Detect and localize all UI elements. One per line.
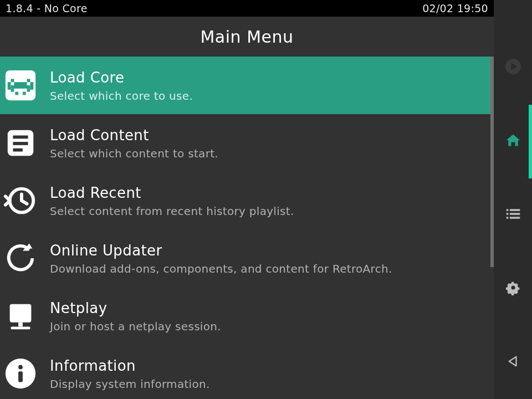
sidebar-home[interactable] [494,105,532,178]
svg-rect-13 [13,142,28,145]
menu-item-label: Information [50,357,210,374]
svg-marker-32 [509,356,516,366]
sidebar-play[interactable] [494,31,532,105]
sidebar-settings[interactable] [494,252,532,325]
svg-rect-25 [506,209,508,211]
document-icon [3,126,38,160]
menu-item-sublabel: Select which content to start. [50,147,218,160]
svg-rect-30 [509,217,519,219]
title-bar: Main Menu [0,17,494,57]
list-icon [505,206,521,224]
svg-rect-17 [10,304,32,323]
menu-item-label: Netplay [50,300,221,316]
menu-item-online-updater[interactable]: Online Updater Download add-ons, compone… [0,229,494,287]
svg-rect-9 [8,82,11,90]
invader-icon [3,68,38,103]
menu-item-sublabel: Join or host a netplay session. [50,320,221,333]
svg-rect-5 [11,89,14,92]
right-sidebar [494,0,532,399]
menu-item-sublabel: Download add-ons, components, and conten… [50,262,392,275]
svg-rect-29 [506,217,508,219]
svg-rect-12 [13,135,28,139]
menu-item-load-core[interactable]: Load Core Select which core to use. [0,57,494,114]
status-right: 02/02 19:50 [422,2,488,14]
main-panel: 1.8.4 - No Core 02/02 19:50 Main Menu [0,0,494,399]
menu-item-label: Load Recent [50,185,294,201]
refresh-icon [3,241,38,275]
home-icon [505,132,521,150]
svg-rect-4 [11,85,30,89]
svg-rect-1 [11,79,14,82]
sidebar-back[interactable] [494,325,532,399]
svg-rect-10 [30,82,33,90]
svg-point-31 [511,285,515,289]
svg-rect-14 [13,149,22,152]
menu-item-label: Load Content [50,127,218,144]
svg-rect-6 [27,89,30,92]
monitor-icon [3,299,38,333]
svg-rect-27 [506,213,508,215]
menu-item-sublabel: Select which core to use. [50,89,193,103]
menu-item-information[interactable]: Information Display system information. [0,345,494,399]
svg-rect-26 [509,209,519,211]
menu-item-load-content[interactable]: Load Content Select which content to sta… [0,114,494,172]
svg-rect-2 [27,79,30,82]
menu-item-load-recent[interactable]: Load Recent Select content from recent h… [0,172,494,229]
menu-item-label: Load Core [50,69,193,86]
svg-rect-3 [14,82,27,85]
history-icon [3,183,38,218]
play-circle-icon [505,58,521,77]
back-triangle-icon [507,355,519,370]
svg-rect-22 [18,371,23,382]
svg-rect-8 [23,92,26,95]
gear-icon [505,280,521,298]
menu-item-label: Online Updater [50,242,392,259]
svg-rect-28 [509,213,519,215]
svg-rect-18 [18,323,23,327]
info-icon [3,356,38,391]
status-bar: 1.8.4 - No Core 02/02 19:50 [0,0,494,17]
page-title: Main Menu [200,27,293,47]
svg-rect-7 [15,92,18,95]
menu-item-netplay[interactable]: Netplay Join or host a netplay session. [0,287,494,345]
sidebar-list[interactable] [494,178,532,252]
status-left: 1.8.4 - No Core [6,2,88,14]
svg-point-21 [18,365,23,370]
svg-rect-19 [11,326,30,329]
menu-item-sublabel: Select content from recent history playl… [50,204,294,218]
menu-list[interactable]: Load Core Select which core to use. Load… [0,57,494,399]
menu-item-sublabel: Display system information. [50,377,210,391]
